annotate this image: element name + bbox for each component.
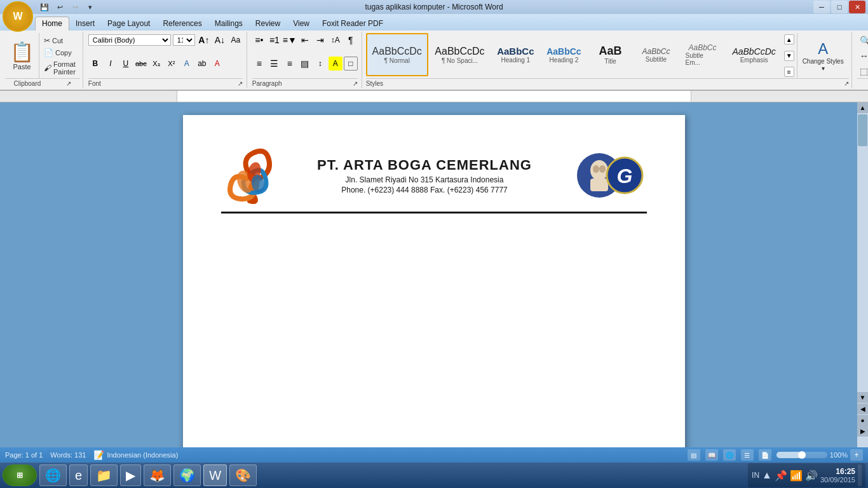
numbering-button[interactable]: ≡1 <box>268 33 281 47</box>
scroll-select-browse[interactable]: ● <box>857 415 868 426</box>
volume-icon[interactable]: 🔊 <box>805 470 818 482</box>
web-layout-button[interactable]: 🌐 <box>723 449 736 461</box>
cut-button[interactable]: ✂ Cut <box>42 36 78 46</box>
style-normal[interactable]: AaBbCcDc ¶ Normal <box>366 33 428 76</box>
strikethrough-button[interactable]: abc <box>134 57 148 71</box>
style-subtle-emphasis[interactable]: AaBbCc Subtle Em... <box>679 33 725 76</box>
select-button[interactable]: ⬚ Select ▾ <box>857 65 868 78</box>
text-effects-button[interactable]: A <box>180 57 194 71</box>
zoom-increase-button[interactable]: + <box>850 449 863 461</box>
increase-font-size-button[interactable]: A↑ <box>197 33 211 47</box>
scroll-prev-page[interactable]: ◀ <box>857 403 868 414</box>
style-emphasis[interactable]: AaBbCcDc Emphasis <box>727 33 782 76</box>
clear-formatting-button[interactable]: Aa <box>229 33 243 47</box>
line-spacing-button[interactable]: ↕ <box>313 57 327 71</box>
subscript-button[interactable]: X₂ <box>149 57 163 71</box>
undo-button[interactable]: ↩ <box>53 1 66 13</box>
align-right-button[interactable]: ≡ <box>283 57 297 71</box>
taskbar-ie[interactable]: e <box>69 464 88 486</box>
find-button[interactable]: 🔍 Find ▾ <box>857 34 868 47</box>
office-button[interactable]: W <box>3 1 33 32</box>
vertical-scrollbar[interactable]: ▲ ▼ ◀ ● ▶ <box>857 102 868 447</box>
show-desktop-btn[interactable] <box>858 464 862 486</box>
show-formatting-button[interactable]: ¶ <box>344 33 358 47</box>
taskbar-word[interactable]: W <box>203 464 227 486</box>
font-size-select[interactable]: 11 <box>173 34 195 46</box>
save-button[interactable]: 💾 <box>38 1 51 13</box>
tab-insert[interactable]: Insert <box>69 17 101 30</box>
taskbar-firefox[interactable]: 🦊 <box>144 464 171 486</box>
style-heading2[interactable]: AaBbCc Heading 2 <box>541 33 587 76</box>
start-button[interactable]: ⊞ <box>3 464 37 486</box>
font-family-select[interactable]: Calibri (Body) <box>88 34 171 46</box>
shading-button[interactable]: A <box>329 57 342 71</box>
taskbar-icon1[interactable]: 📌 <box>775 470 787 482</box>
tab-references[interactable]: References <box>156 17 208 30</box>
show-desktop-icon[interactable]: ▲ <box>762 470 772 481</box>
clipboard-expand[interactable]: ↗ <box>66 80 71 87</box>
network-icon[interactable]: 📶 <box>790 470 803 482</box>
tab-page-layout[interactable]: Page Layout <box>101 17 156 30</box>
align-left-button[interactable]: ≡ <box>252 57 266 71</box>
styles-scroll-down[interactable]: ▼ <box>784 51 794 61</box>
styles-scroll-up[interactable]: ▲ <box>784 34 794 44</box>
tab-home[interactable]: Home <box>35 17 69 30</box>
italic-button[interactable]: I <box>104 57 118 71</box>
taskbar-media[interactable]: ▶ <box>120 464 141 486</box>
font-color-button[interactable]: A <box>210 57 224 71</box>
styles-expand[interactable]: ↗ <box>844 80 849 87</box>
taskbar-explorer[interactable]: 📁 <box>90 464 118 486</box>
clock[interactable]: 16:25 30/09/2015 <box>820 467 855 484</box>
maximize-button[interactable]: □ <box>831 1 848 13</box>
print-layout-button[interactable]: ▤ <box>688 449 700 461</box>
scroll-down-button[interactable]: ▼ <box>857 392 868 403</box>
bold-button[interactable]: B <box>88 57 102 71</box>
style-subtle-label: Subtle Em... <box>685 52 719 66</box>
borders-button[interactable]: □ <box>344 57 358 71</box>
zoom-handle[interactable] <box>798 451 806 459</box>
taskbar-chrome[interactable]: 🌐 <box>39 464 67 486</box>
zoom-slider[interactable] <box>776 452 827 458</box>
style-subtitle[interactable]: AaBbCc Subtitle <box>634 33 678 76</box>
style-nospace-label: ¶ No Spaci... <box>442 57 478 64</box>
font-expand[interactable]: ↗ <box>238 80 243 87</box>
close-button[interactable]: ✕ <box>849 1 865 13</box>
draft-button[interactable]: 📄 <box>759 449 771 461</box>
language-indicator[interactable]: 📝 Indonesian (Indonesia) <box>93 450 178 460</box>
change-styles-button[interactable]: A Change Styles ▾ <box>797 33 849 78</box>
taskbar-unknown1[interactable]: 🌍 <box>173 464 201 486</box>
bullets-button[interactable]: ≡• <box>252 33 266 47</box>
style-no-spacing[interactable]: AaBbCcDc ¶ No Spaci... <box>430 33 491 76</box>
taskbar-paint[interactable]: 🎨 <box>229 464 257 486</box>
justify-button[interactable]: ▤ <box>298 57 312 71</box>
multilevel-list-button[interactable]: ≡▼ <box>283 33 297 47</box>
scroll-thumb[interactable] <box>858 114 867 146</box>
format-painter-button[interactable]: 🖌 Format Painter <box>42 60 78 76</box>
tab-foxit[interactable]: Foxit Reader PDF <box>316 17 390 30</box>
minimize-button[interactable]: ─ <box>813 1 830 13</box>
paragraph-expand[interactable]: ↗ <box>353 80 358 87</box>
sort-button[interactable]: ↕A <box>329 33 342 47</box>
style-title[interactable]: AaB Title <box>588 33 632 76</box>
replace-button[interactable]: ↔ Replace <box>857 50 868 62</box>
full-reading-button[interactable]: 📖 <box>705 449 718 461</box>
qat-dropdown[interactable]: ▾ <box>84 1 97 13</box>
outline-button[interactable]: ☰ <box>741 449 754 461</box>
scroll-next-page[interactable]: ▶ <box>857 426 868 437</box>
copy-button[interactable]: 📄 Copy <box>42 48 78 58</box>
decrease-indent-button[interactable]: ⇤ <box>298 33 312 47</box>
styles-more[interactable]: ≡ <box>784 67 794 77</box>
decrease-font-size-button[interactable]: A↓ <box>213 33 227 47</box>
redo-button[interactable]: ↪ <box>69 1 81 13</box>
superscript-button[interactable]: X² <box>165 57 179 71</box>
paste-button[interactable]: 📋 Paste <box>5 33 39 78</box>
align-center-button[interactable]: ☰ <box>268 57 281 71</box>
text-highlight-button[interactable]: ab <box>195 57 209 71</box>
tab-review[interactable]: Review <box>249 17 287 30</box>
tab-view[interactable]: View <box>287 17 316 30</box>
style-heading1[interactable]: AaBbCc Heading 1 <box>491 33 539 76</box>
underline-button[interactable]: U <box>119 57 133 71</box>
increase-indent-button[interactable]: ⇥ <box>313 33 327 47</box>
scroll-up-button[interactable]: ▲ <box>857 102 868 113</box>
tab-mailings[interactable]: Mailings <box>208 17 249 30</box>
